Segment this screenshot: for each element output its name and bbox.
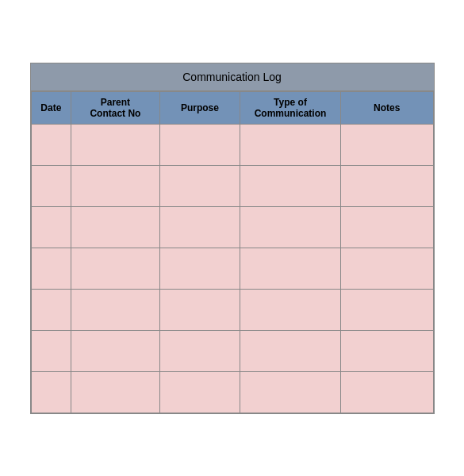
table-cell[interactable]: [240, 248, 341, 289]
table-cell[interactable]: [340, 165, 433, 206]
col-header-type: Type ofCommunication: [240, 91, 341, 124]
title-bar: Communication Log: [30, 63, 435, 91]
table-row: [31, 206, 433, 248]
table-row: [31, 165, 433, 206]
table-cell[interactable]: [31, 248, 71, 289]
table-cell[interactable]: [240, 330, 341, 371]
page-title: Communication Log: [182, 71, 282, 83]
table-wrapper: Date ParentContact No Purpose Type ofCom…: [30, 91, 435, 414]
table-cell[interactable]: [31, 206, 71, 248]
table-cell[interactable]: [31, 371, 71, 413]
table-cell[interactable]: [71, 330, 160, 371]
table-cell[interactable]: [159, 165, 240, 206]
col-header-purpose: Purpose: [159, 91, 240, 124]
table-cell[interactable]: [340, 248, 433, 289]
table-cell[interactable]: [71, 206, 160, 248]
table-cell[interactable]: [340, 371, 433, 413]
table-cell[interactable]: [159, 289, 240, 330]
table-cell[interactable]: [240, 206, 341, 248]
table-cell[interactable]: [240, 124, 341, 165]
table-cell[interactable]: [31, 124, 71, 165]
table-row: [31, 330, 433, 371]
table-cell[interactable]: [159, 124, 240, 165]
table-cell[interactable]: [31, 330, 71, 371]
table-cell[interactable]: [240, 371, 341, 413]
table-cell[interactable]: [31, 289, 71, 330]
col-header-parent: ParentContact No: [71, 91, 160, 124]
table-cell[interactable]: [240, 165, 341, 206]
communication-table: Date ParentContact No Purpose Type ofCom…: [31, 91, 434, 413]
table-row: [31, 248, 433, 289]
table-row: [31, 289, 433, 330]
communication-log-container: Communication Log Date ParentContact No …: [30, 63, 435, 414]
table-cell[interactable]: [71, 248, 160, 289]
table-cell[interactable]: [31, 165, 71, 206]
col-header-date: Date: [31, 91, 71, 124]
table-row: [31, 124, 433, 165]
table-header-row: Date ParentContact No Purpose Type ofCom…: [31, 91, 433, 124]
table-cell[interactable]: [240, 289, 341, 330]
col-header-notes: Notes: [340, 91, 433, 124]
table-row: [31, 371, 433, 413]
table-cell[interactable]: [340, 289, 433, 330]
table-cell[interactable]: [159, 206, 240, 248]
table-cell[interactable]: [71, 165, 160, 206]
table-cell[interactable]: [71, 289, 160, 330]
table-cell[interactable]: [340, 330, 433, 371]
table-cell[interactable]: [159, 371, 240, 413]
table-cell[interactable]: [159, 330, 240, 371]
table-body: [31, 124, 433, 413]
table-cell[interactable]: [71, 371, 160, 413]
table-cell[interactable]: [340, 206, 433, 248]
table-cell[interactable]: [340, 124, 433, 165]
table-cell[interactable]: [159, 248, 240, 289]
table-cell[interactable]: [71, 124, 160, 165]
